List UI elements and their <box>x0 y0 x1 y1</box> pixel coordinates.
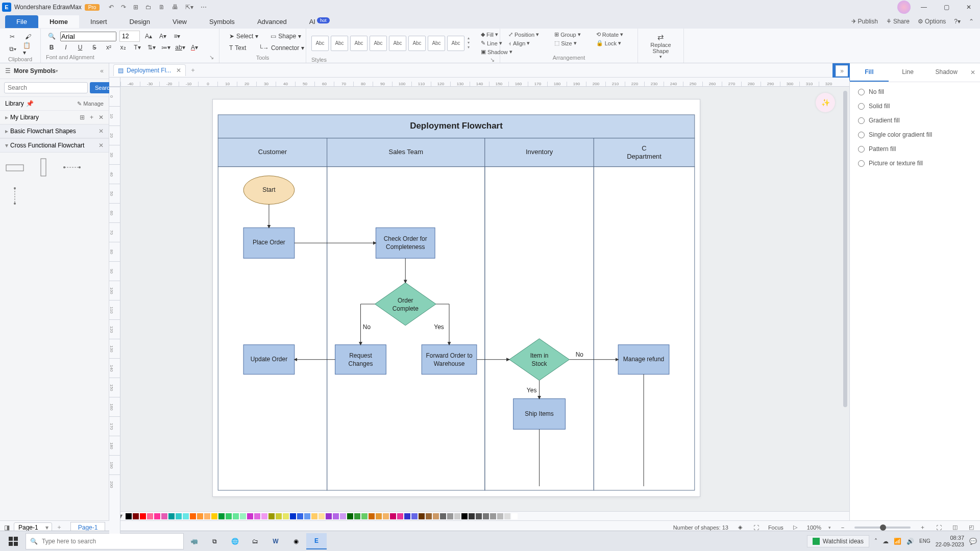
palette-swatch[interactable] <box>176 513 182 519</box>
hamburger-icon[interactable]: ☰ <box>5 67 11 74</box>
right-tab-line[interactable]: Line <box>889 63 927 82</box>
increase-font-button[interactable]: A▴ <box>143 31 154 41</box>
palette-swatch[interactable] <box>469 513 475 519</box>
print-button[interactable]: 🖶 <box>172 4 178 11</box>
connector-tool[interactable]: └→ Connector ▾ <box>254 42 309 54</box>
palette-swatch[interactable] <box>419 513 425 519</box>
palette-swatch[interactable] <box>304 513 310 519</box>
taskbar-edge[interactable]: 🌐 <box>225 533 245 549</box>
taskbar-chrome[interactable]: ◉ <box>286 533 306 549</box>
fill-option[interactable]: Single color gradient fill <box>858 131 972 138</box>
share-button[interactable]: ⚘ Share <box>886 18 910 25</box>
zoom-value[interactable]: 100% <box>807 524 821 531</box>
align-button[interactable]: ⫞ Align▾ <box>505 39 542 47</box>
palette-swatch[interactable] <box>204 513 210 519</box>
group-button[interactable]: ⊞ Group▾ <box>551 31 584 38</box>
palette-swatch[interactable] <box>490 513 496 519</box>
palette-swatch[interactable] <box>240 513 246 519</box>
superscript-button[interactable]: x² <box>103 42 114 53</box>
subscript-button[interactable]: x₂ <box>117 42 129 53</box>
palette-swatch[interactable] <box>447 513 453 519</box>
collapse-ribbon[interactable]: ⌃ <box>969 18 974 25</box>
select-tool[interactable]: ➤ Select ▾ <box>225 31 263 42</box>
line-spacing-button[interactable]: ⇅▾ <box>146 42 157 53</box>
italic-button[interactable]: I <box>60 42 71 53</box>
document-tab-close[interactable]: ✕ <box>176 67 181 74</box>
tab-ai[interactable]: AIhot <box>298 15 341 28</box>
palette-swatch[interactable] <box>397 513 403 519</box>
palette-swatch[interactable] <box>318 513 325 519</box>
shape-tool[interactable]: ▭ Shape ▾ <box>266 31 306 42</box>
palette-swatch[interactable] <box>426 513 432 519</box>
bold-button[interactable]: B <box>46 42 57 53</box>
palette-swatch[interactable] <box>383 513 389 519</box>
palette-swatch[interactable] <box>461 513 468 519</box>
zoom-slider[interactable] <box>854 527 911 529</box>
taskbar-rhino-widget[interactable]: 🦏 <box>184 533 204 549</box>
style-preset[interactable]: Abc <box>428 36 445 51</box>
canvas-page[interactable]: Deployment Flowchart Customer Sales Team… <box>212 99 700 497</box>
palette-swatch[interactable] <box>390 513 396 519</box>
symbol-search-input[interactable] <box>4 82 88 93</box>
right-tab-fill[interactable]: Fill <box>850 63 889 82</box>
fill-option[interactable]: Solid fill <box>858 103 972 110</box>
highlight-button[interactable]: ab▾ <box>175 42 186 53</box>
format-painter-button[interactable]: 🖌 <box>24 32 33 42</box>
palette-swatch[interactable] <box>354 513 360 519</box>
palette-swatch[interactable] <box>190 513 196 519</box>
palette-swatch[interactable] <box>211 513 217 519</box>
palette-swatch[interactable] <box>276 513 282 519</box>
font-color-button[interactable]: A▾ <box>189 42 200 53</box>
palette-swatch[interactable] <box>168 513 175 519</box>
save-button[interactable]: 🗎 <box>159 4 165 11</box>
watchlist-widget[interactable]: Watchlist ideas <box>807 535 869 547</box>
right-panel-close[interactable]: ✕ <box>966 63 980 82</box>
strikethrough-button[interactable]: S̶ <box>89 42 100 53</box>
maximize-button[interactable]: ▢ <box>937 1 955 13</box>
palette-swatch[interactable] <box>326 513 332 519</box>
shape-swimlane-vertical[interactable] <box>34 158 53 177</box>
windows-search-box[interactable]: 🔍 Type here to search <box>26 533 184 549</box>
section-cross-functional[interactable]: Cross Functional Flowchart <box>10 142 84 149</box>
case-button[interactable]: T▾ <box>132 42 143 53</box>
palette-swatch[interactable] <box>261 513 267 519</box>
expand-right-panel[interactable]: » <box>836 65 848 77</box>
tab-file[interactable]: File <box>5 15 38 28</box>
palette-swatch[interactable] <box>297 513 303 519</box>
tray-volume-icon[interactable]: 🔊 <box>906 538 914 545</box>
style-preset[interactable]: Abc <box>311 36 329 51</box>
palette-swatch[interactable] <box>154 513 160 519</box>
export-button[interactable]: ⇱▾ <box>185 4 193 11</box>
palette-swatch[interactable] <box>147 513 153 519</box>
style-preset[interactable]: Abc <box>447 36 464 51</box>
taskbar-word[interactable]: W <box>265 533 286 549</box>
tab-design[interactable]: Design <box>118 15 161 28</box>
position-button[interactable]: ⤢ Position▾ <box>505 31 542 38</box>
palette-swatch[interactable] <box>504 513 510 519</box>
manage-library-button[interactable]: ✎ Manage <box>77 101 104 107</box>
font-size-select[interactable] <box>119 31 140 42</box>
palette-swatch[interactable] <box>340 513 346 519</box>
style-preset[interactable]: Abc <box>389 36 406 51</box>
lib-grid-icon[interactable]: ⊞ <box>80 114 85 121</box>
lib-close-icon[interactable]: ✕ <box>99 114 104 121</box>
options-button[interactable]: ⚙ Options <box>918 18 946 25</box>
palette-swatch[interactable] <box>218 513 225 519</box>
font-dialog-launcher[interactable]: ↘ <box>209 54 214 61</box>
tab-view[interactable]: View <box>161 15 198 28</box>
section-basic-flowchart[interactable]: Basic Flowchart Shapes <box>10 128 76 135</box>
decrease-font-button[interactable]: A▾ <box>157 31 168 41</box>
qat-more[interactable]: ⋯ <box>201 4 207 11</box>
copy-button[interactable]: ⧉▾ <box>8 44 18 54</box>
style-preset[interactable]: Abc <box>408 36 426 51</box>
palette-swatch[interactable] <box>411 513 418 519</box>
palette-swatch[interactable] <box>197 513 203 519</box>
palette-swatch[interactable] <box>483 513 489 519</box>
tray-onedrive-icon[interactable]: ☁ <box>883 538 889 545</box>
shape-separator-horizontal[interactable] <box>62 158 82 177</box>
bullets-button[interactable]: ≔▾ <box>160 42 172 53</box>
taskbar-clock[interactable]: 08:37 22-09-2023 <box>936 535 964 548</box>
palette-swatch[interactable] <box>126 513 132 519</box>
shape-separator-vertical[interactable] <box>5 186 24 206</box>
redo-button[interactable]: ↷ <box>121 4 126 11</box>
